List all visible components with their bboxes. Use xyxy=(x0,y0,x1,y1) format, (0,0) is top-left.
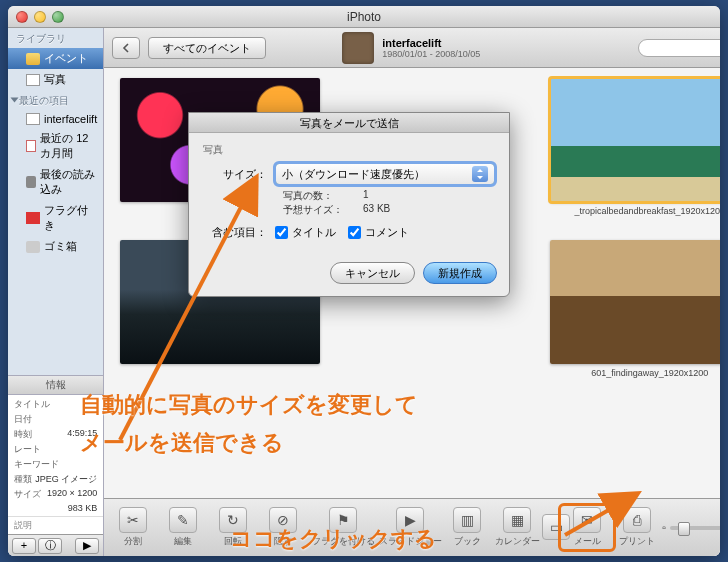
sidebar-header-library: ライブラリ xyxy=(8,28,103,48)
size-select[interactable]: 小（ダウンロード速度優先） xyxy=(275,163,495,185)
search-input[interactable] xyxy=(638,39,720,57)
dialog-info: 写真の数：1 予想サイズ：63 KB xyxy=(283,189,495,217)
event-title: interfacelift xyxy=(382,37,480,49)
info-panel-header: 情報 xyxy=(8,375,103,395)
back-button[interactable] xyxy=(112,37,140,59)
sidebar-item-lastimport[interactable]: 最後の読み込み xyxy=(8,164,103,200)
thumbnail-image xyxy=(550,240,720,364)
description-header: 説明 xyxy=(8,516,103,534)
info-panel: タイトル 日付 時刻4:59:15 レート キーワード 種類JPEG イメージ … xyxy=(8,395,103,516)
import-icon xyxy=(26,176,36,188)
checkbox-comment[interactable]: コメント xyxy=(348,225,409,240)
trash-icon xyxy=(26,241,40,253)
fullscreen-button[interactable]: ▶ xyxy=(75,538,99,554)
add-button[interactable]: + xyxy=(12,538,36,554)
photo-icon xyxy=(26,74,40,86)
sidebar-item-trash[interactable]: ゴミ箱 xyxy=(8,236,103,257)
sidebar-item-12months[interactable]: 最近の 12 カ月間 xyxy=(8,128,103,164)
cancel-button[interactable]: キャンセル xyxy=(330,262,415,284)
sidebar-header-recent: 最近の項目 xyxy=(8,90,103,110)
zoom-slider[interactable] xyxy=(670,526,720,530)
size-label: サイズ： xyxy=(203,167,275,182)
mail-dialog: 写真をメールで送信 写真 サイズ： 小（ダウンロード速度優先） 写真の数：1 予… xyxy=(188,112,510,297)
include-label: 含む項目： xyxy=(203,225,275,240)
zoom-out-icon[interactable]: ▫ xyxy=(662,522,666,533)
thumbnail-selected[interactable]: _tropicalbedandbreakfast_1920x1200 xyxy=(550,78,720,216)
sidebar-item-events[interactable]: イベント xyxy=(8,48,103,69)
checkbox-title[interactable]: タイトル xyxy=(275,225,336,240)
tool-book[interactable]: ▥ブック xyxy=(442,507,492,548)
tool-rotate[interactable]: ↻回転 xyxy=(208,507,258,548)
disclosure-triangle-icon[interactable] xyxy=(11,98,19,103)
tool-flag[interactable]: ⚑フラグを付ける xyxy=(308,507,378,548)
toolbar: すべてのイベント interfacelift 1980/01/01 - 2008… xyxy=(104,28,720,68)
create-button[interactable]: 新規作成 xyxy=(423,262,497,284)
breadcrumb-button[interactable]: すべてのイベント xyxy=(148,37,266,59)
tool-edit[interactable]: ✎編集 xyxy=(158,507,208,548)
tool-mail[interactable]: ✉メール xyxy=(562,507,612,548)
thumbnail-caption: 601_findingaway_1920x1200 xyxy=(550,368,720,378)
photo-icon xyxy=(26,113,40,125)
zoom-slider-area: ▫ ◻ xyxy=(662,521,720,535)
event-thumbnail xyxy=(342,32,374,64)
thumbnail[interactable]: 601_findingaway_1920x1200 xyxy=(550,240,720,378)
thumbnail-caption: _tropicalbedandbreakfast_1920x1200 xyxy=(550,206,720,216)
thumbnail-image xyxy=(550,78,720,202)
tool-calendar[interactable]: ▦カレンダー xyxy=(492,507,542,548)
dialog-title: 写真をメールで送信 xyxy=(189,113,509,133)
folder-icon xyxy=(26,53,40,65)
sidebar-item-photos[interactable]: 写真 xyxy=(8,69,103,90)
sidebar-item-flagged[interactable]: フラグ付き xyxy=(8,200,103,236)
sidebar-bottom-bar: + ⓘ ▶ xyxy=(8,534,103,556)
tool-slideshow[interactable]: ▶スライドショー xyxy=(378,507,442,548)
calendar-icon xyxy=(26,140,36,152)
flag-icon xyxy=(26,212,40,224)
sidebar: ライブラリ イベント 写真 最近の項目 interfacelift 最近の 12… xyxy=(8,28,104,556)
select-arrows-icon xyxy=(472,166,488,182)
size-select-value: 小（ダウンロード速度優先） xyxy=(282,167,425,182)
tool-card[interactable]: ▭ xyxy=(542,514,562,542)
event-header: interfacelift 1980/01/01 - 2008/10/05 xyxy=(382,37,480,59)
titlebar[interactable]: iPhoto xyxy=(8,6,720,28)
bottom-toolbar: ✂分割 ✎編集 ↻回転 ⊘隠す ⚑フラグを付ける ▶スライドショー ▥ブック ▦… xyxy=(104,498,720,556)
tool-split[interactable]: ✂分割 xyxy=(108,507,158,548)
tool-print[interactable]: ⎙プリント xyxy=(612,507,662,548)
sidebar-item-interfacelift[interactable]: interfacelift xyxy=(8,110,103,128)
info-button[interactable]: ⓘ xyxy=(38,538,62,554)
event-dates: 1980/01/01 - 2008/10/05 xyxy=(382,49,480,59)
dialog-section-label: 写真 xyxy=(203,143,495,157)
tool-hide[interactable]: ⊘隠す xyxy=(258,507,308,548)
window-title: iPhoto xyxy=(8,10,720,24)
